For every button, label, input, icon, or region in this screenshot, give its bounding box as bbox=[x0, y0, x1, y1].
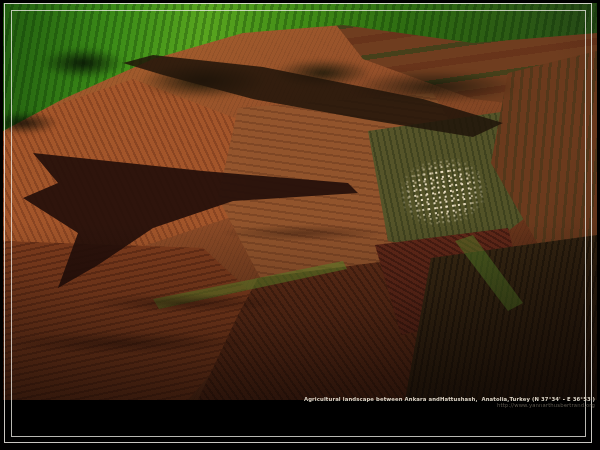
photo-layer-vignette bbox=[3, 3, 597, 400]
caption-text-block: Agricultural landscape between Ankara an… bbox=[304, 396, 595, 409]
caption: Agricultural landscape between Ankara an… bbox=[154, 396, 595, 416]
wallpaper-background: Agricultural landscape between Ankara an… bbox=[0, 0, 600, 450]
aerial-photo bbox=[3, 3, 597, 400]
caption-url: http://www.yannarthusbertrand.org bbox=[304, 403, 595, 410]
